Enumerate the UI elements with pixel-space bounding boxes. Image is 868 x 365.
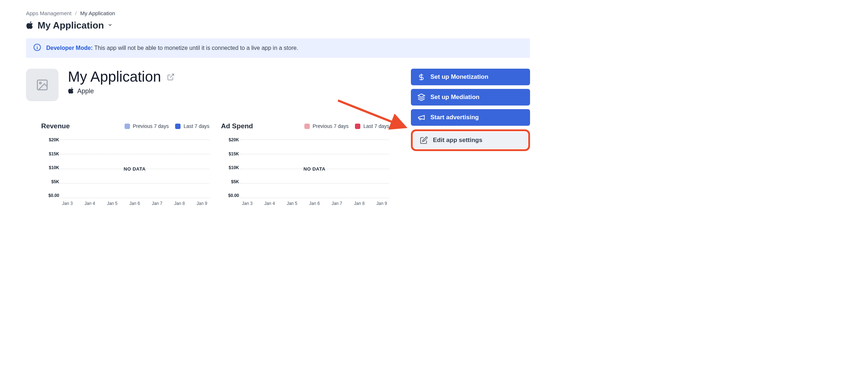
button-label: Set up Monetization [430,73,489,81]
revenue-chart: Revenue Previous 7 days Last 7 days [41,122,209,206]
chart-legend: Previous 7 days Last 7 days [304,123,389,129]
external-link-icon[interactable] [167,73,175,81]
button-label: Edit app settings [433,137,482,144]
banner-prefix: Developer Mode: [46,45,93,51]
legend-label: Previous 7 days [133,123,169,129]
app-name: My Application [68,69,161,85]
ad-spend-chart: Ad Spend Previous 7 days Last 7 days [221,122,389,206]
x-axis-labels: Jan 3 Jan 4 Jan 5 Jan 6 Jan 7 Jan 8 Jan … [240,201,389,206]
annotation-ring: Edit app settings [411,129,530,151]
page-title: My Application [38,20,104,31]
chart-title: Ad Spend [221,122,253,130]
breadcrumb-root[interactable]: Apps Management [26,10,71,16]
x-axis-labels: Jan 3 Jan 4 Jan 5 Jan 6 Jan 7 Jan 8 Jan … [60,201,209,206]
button-label: Set up Mediation [430,94,479,101]
legend-label: Last 7 days [183,123,209,129]
megaphone-icon [417,113,425,121]
start-advertising-button[interactable]: Start advertising [411,109,530,126]
edit-app-settings-button[interactable]: Edit app settings [413,132,528,149]
app-platform-label: Apple [77,87,94,95]
edit-icon [420,136,428,144]
chart-legend: Previous 7 days Last 7 days [125,123,209,129]
breadcrumb-separator: / [75,10,77,16]
button-label: Start advertising [430,114,479,121]
app-header: My Application Apple [26,69,394,101]
breadcrumb-current: My Application [80,10,115,16]
page-title-dropdown[interactable]: My Application [26,20,530,31]
info-icon [33,43,41,53]
app-platform: Apple [68,87,175,95]
chart-title: Revenue [41,122,70,130]
setup-mediation-button[interactable]: Set up Mediation [411,89,530,106]
layers-icon [417,93,425,101]
setup-monetization-button[interactable]: Set up Monetization [411,69,530,85]
no-data-label: NO DATA [60,139,209,198]
legend-swatch [355,124,360,129]
legend-label: Last 7 days [363,123,389,129]
y-axis-labels: $20K $15K $10K $5K $0.00 [41,137,59,198]
no-data-label: NO DATA [240,139,389,198]
svg-marker-8 [418,94,425,97]
apple-icon [26,21,34,30]
svg-line-5 [170,74,174,77]
chevron-down-icon [108,22,113,29]
svg-point-4 [40,82,42,84]
y-axis-labels: $20K $15K $10K $5K $0.00 [221,137,239,198]
developer-mode-banner: Developer Mode: This app will not be abl… [26,38,530,58]
banner-text: This app will not be able to monetize un… [94,45,298,51]
legend-swatch [304,124,310,129]
legend-swatch [175,124,181,129]
apple-icon [68,87,74,95]
app-icon-placeholder [26,69,58,101]
action-buttons: Set up Monetization Set up Mediation Sta… [411,69,530,151]
breadcrumb: Apps Management / My Application [26,10,530,16]
dollar-icon [417,73,425,81]
legend-swatch [125,124,130,129]
legend-label: Previous 7 days [313,123,349,129]
